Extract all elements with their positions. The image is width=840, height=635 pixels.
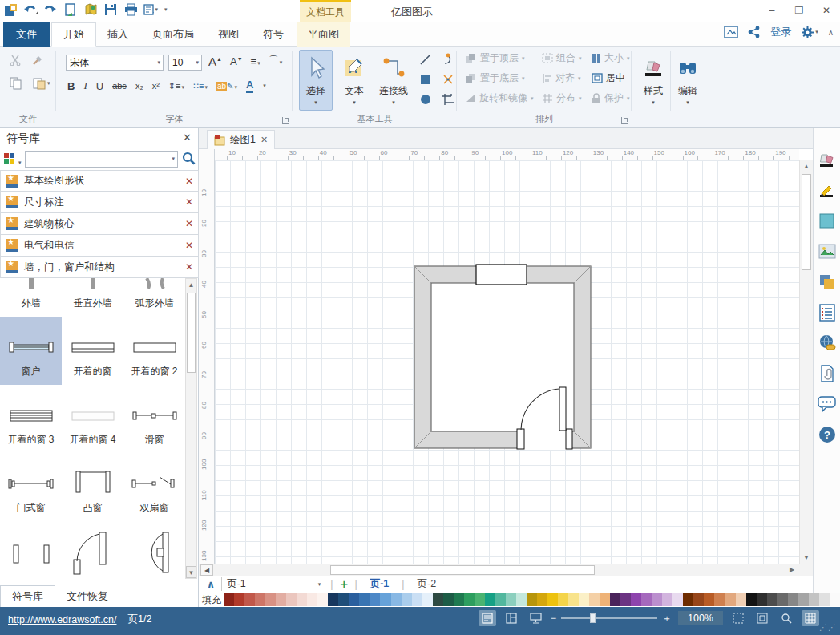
fill-swatch-32[interactable] xyxy=(558,593,568,606)
line-style-icon[interactable] xyxy=(818,181,837,200)
symbol-open-window[interactable]: 开着的窗 xyxy=(62,317,123,385)
fill-swatch-53[interactable] xyxy=(777,593,788,606)
fill-swatch-22[interactable] xyxy=(454,593,464,606)
scroll-up-icon[interactable]: ▲ xyxy=(800,160,813,172)
undo-button[interactable] xyxy=(23,2,38,17)
window-shape[interactable] xyxy=(476,265,527,285)
font-color-dropdown[interactable]: ▾ xyxy=(263,83,266,89)
delete-connector-icon[interactable] xyxy=(442,73,454,88)
tab-2[interactable]: 页面布局 xyxy=(141,22,205,47)
symbol-open-window-4[interactable]: 开着的窗 4 xyxy=(62,385,123,453)
fill-swatch-40[interactable] xyxy=(641,593,652,606)
style-button[interactable]: 样式▾ xyxy=(637,50,669,111)
category-close-icon[interactable]: ✕ xyxy=(185,240,193,251)
zoom-in-button[interactable]: ＋ xyxy=(662,612,672,625)
rotate-mirror-button[interactable]: 旋转和镜像▾ xyxy=(465,91,534,105)
tab-symbol-library[interactable]: 符号库 xyxy=(0,585,55,607)
fill-swatch-17[interactable] xyxy=(402,593,412,606)
fit-page-icon[interactable] xyxy=(753,610,771,626)
underline-button[interactable]: U xyxy=(96,80,103,92)
tab-4[interactable]: 符号 xyxy=(252,22,295,47)
fill-swatch-49[interactable] xyxy=(736,593,746,606)
fill-swatch-12[interactable] xyxy=(349,593,359,606)
fill-swatch-34[interactable] xyxy=(579,593,589,606)
fill-swatch-6[interactable] xyxy=(286,593,297,606)
font-size-combo[interactable]: 10▾ xyxy=(168,55,202,71)
fill-swatch-16[interactable] xyxy=(391,593,402,606)
fill-swatch-46[interactable] xyxy=(704,593,714,606)
font-dialog-launcher[interactable] xyxy=(282,117,289,124)
export-image-icon[interactable] xyxy=(724,26,738,38)
library-source-icon[interactable]: ▾ xyxy=(3,152,22,167)
presentation-view-icon[interactable] xyxy=(527,610,544,626)
paste-icon[interactable]: ▾ xyxy=(33,77,50,90)
rectangle-tool-icon[interactable] xyxy=(419,73,432,88)
ellipse-tool-icon[interactable] xyxy=(419,93,432,108)
zoom-slider-track[interactable] xyxy=(561,617,657,619)
fill-swatch-30[interactable] xyxy=(537,593,547,606)
library-category-0[interactable]: 基本绘图形状✕ xyxy=(0,170,199,192)
vertical-scrollbar-thumb[interactable] xyxy=(802,174,811,270)
line-tool-icon[interactable] xyxy=(419,53,432,68)
search-icon[interactable] xyxy=(181,151,196,168)
bullet-list-button[interactable]: ∷≡▾ xyxy=(193,81,208,91)
library-scrollbar[interactable]: ▲ ▼ xyxy=(185,278,197,579)
collapse-ribbon-button[interactable]: ∧ xyxy=(828,28,834,37)
edrawsoft-link[interactable]: http://www.edrawsoft.cn/ xyxy=(8,614,116,625)
export-dropdown-arrow[interactable]: ▾ xyxy=(155,6,158,13)
send-to-back-button[interactable]: 置于底层▾ xyxy=(465,71,534,85)
library-scrollbar-thumb[interactable] xyxy=(187,293,196,373)
fill-swatch-38[interactable] xyxy=(620,593,631,606)
library-category-2[interactable]: 建筑物核心✕ xyxy=(0,213,199,235)
export-button[interactable]: ▾ xyxy=(143,2,158,17)
maximize-button[interactable]: ❐ xyxy=(785,0,813,21)
drawing-canvas[interactable] xyxy=(215,160,799,564)
symbol-double-window[interactable]: 双扇窗 xyxy=(123,453,185,521)
fill-swatch-48[interactable] xyxy=(725,593,736,606)
fill-swatch-18[interactable] xyxy=(412,593,422,606)
fill-swatch-57[interactable] xyxy=(819,593,830,606)
fill-swatch-52[interactable] xyxy=(767,593,777,606)
fill-swatch-14[interactable] xyxy=(370,593,380,606)
fill-swatch-31[interactable] xyxy=(547,593,558,606)
symbol-arc-exterior-wall[interactable]: 弧形外墙 xyxy=(123,278,185,317)
copy-icon[interactable] xyxy=(10,77,22,90)
symbol-vertical-exterior-wall[interactable]: 垂直外墙 xyxy=(62,278,123,317)
login-button[interactable]: 登录 xyxy=(770,25,791,39)
scroll-down-icon[interactable]: ▼ xyxy=(800,552,813,564)
fill-swatch-15[interactable] xyxy=(380,593,390,606)
cut-icon[interactable] xyxy=(10,55,21,66)
horizontal-scrollbar[interactable]: ◀ ▶ xyxy=(199,564,813,576)
align-button[interactable]: 对齐▾ xyxy=(542,71,582,85)
italic-button[interactable]: I xyxy=(83,79,87,92)
zoom-level[interactable]: 100% xyxy=(678,611,723,625)
symbol-library-close-icon[interactable]: ✕ xyxy=(183,131,192,144)
connector-tool-button[interactable]: 连接线▾ xyxy=(374,50,413,111)
outline-notes-icon[interactable] xyxy=(818,303,837,322)
symbol-bay-window[interactable]: 凸窗 xyxy=(62,453,123,521)
fill-swatch-13[interactable] xyxy=(359,593,370,606)
zoom-slider-thumb[interactable] xyxy=(590,613,596,623)
tab-file[interactable]: 文件 xyxy=(3,22,50,47)
hyperlink-icon[interactable] xyxy=(818,334,837,353)
bold-button[interactable]: B xyxy=(67,80,75,92)
fill-swatch-2[interactable] xyxy=(244,593,255,606)
distribute-button[interactable]: 分布▾ xyxy=(542,91,582,105)
fill-swatch-5[interactable] xyxy=(276,593,286,606)
strikethrough-button[interactable]: abc xyxy=(112,81,127,91)
tab-file-recovery[interactable]: 文件恢复 xyxy=(55,586,119,607)
tab-1[interactable]: 插入 xyxy=(96,22,139,47)
group-button[interactable]: 组合▾ xyxy=(542,51,582,65)
page-tab-1[interactable]: 页-1 xyxy=(362,577,398,591)
fill-swatch-8[interactable] xyxy=(307,593,317,606)
add-page-button[interactable]: ＋ xyxy=(337,576,349,592)
select-tool-button[interactable]: 选择▾ xyxy=(299,50,333,111)
fill-swatch-45[interactable] xyxy=(693,593,704,606)
fill-swatch-58[interactable] xyxy=(830,593,840,606)
minimize-button[interactable]: – xyxy=(758,0,785,21)
fill-swatch-26[interactable] xyxy=(495,593,506,606)
fill-swatch-41[interactable] xyxy=(652,593,662,606)
save-button[interactable] xyxy=(103,2,118,17)
shrink-font-button[interactable]: A▼ xyxy=(230,55,243,67)
page-selector[interactable]: 页-1▾ xyxy=(221,577,325,591)
